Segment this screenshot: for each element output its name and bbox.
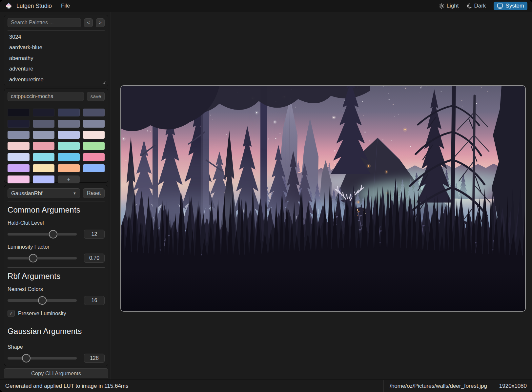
divider [8,30,105,31]
palette-swatch[interactable] [58,109,80,116]
top-bar: Lutgen Studio File Light [0,0,532,12]
palette-swatch[interactable] [8,142,30,150]
palette-swatch[interactable] [33,142,55,150]
gaussian-arguments-heading: Gaussian Arguments [8,327,105,336]
shape-label: Shape [8,344,105,350]
slider-thumb[interactable] [29,254,37,262]
divider [8,201,105,201]
palette-swatch[interactable] [58,142,80,150]
common-arguments-heading: Common Arguments [8,205,105,215]
hald-clut-value[interactable]: 12 [84,230,105,239]
theme-system-label: System [505,3,524,9]
shape-value[interactable]: 128 [84,354,105,363]
theme-dark-button[interactable]: Dark [466,3,486,9]
algorithm-dropdown[interactable]: GaussianRbf ▼ [8,188,80,198]
luminosity-factor-slider[interactable] [8,257,77,259]
palette-swatch[interactable] [83,131,105,139]
nearest-colors-label: Nearest Colors [8,286,105,292]
palette-swatch[interactable] [83,142,105,150]
status-bar: Generated and applied LUT to image in 11… [0,380,532,392]
rbf-arguments-heading: Rbf Arguments [8,272,105,281]
sidebar-divider [111,12,111,380]
palette-swatch[interactable] [58,131,80,139]
palette-list-item[interactable]: abernathy [8,53,105,64]
palette-list-item[interactable]: 3024 [8,31,105,42]
slider-thumb[interactable] [49,230,57,238]
nearest-colors-slider[interactable] [8,299,77,302]
divider [8,322,105,322]
theme-light-label: Light [447,3,459,9]
chevron-down-icon: ▼ [73,191,76,195]
palette-swatch[interactable] [8,120,30,128]
palette-swatch[interactable] [33,131,55,139]
luminosity-factor-value[interactable]: 0.70 [84,254,105,263]
swatch-grid: + [8,109,105,183]
add-color-button[interactable]: + [58,175,80,183]
arguments-panel: GaussianRbf ▼ Reset Common Arguments Hal… [4,185,108,366]
status-message: Generated and applied LUT to image in 11… [5,383,129,389]
theme-system-button[interactable]: System [494,2,527,10]
palette-swatch[interactable] [83,120,105,128]
status-separator [383,380,384,392]
palette-editor-panel: save [4,89,108,183]
palette-browser-panel: < > 3024 aardvark-blue abernathy adventu… [4,15,108,86]
slider-thumb[interactable] [38,296,47,305]
preserve-luminosity-label: Preserve Luminosity [18,310,66,317]
slider-thumb[interactable] [22,354,31,362]
palette-list-item[interactable]: aardvark-blue [8,42,105,53]
palette-name-input[interactable] [8,92,84,101]
palette-list: 3024 aardvark-blue abernathy adventure a… [8,31,105,85]
moon-icon [466,3,472,9]
save-palette-button[interactable]: save [87,92,105,101]
palette-swatch[interactable] [83,109,105,116]
app-logo-icon [5,2,13,10]
theme-dark-label: Dark [474,3,486,9]
prev-page-button[interactable]: < [84,18,93,27]
theme-light-button[interactable]: Light [439,3,459,9]
sun-icon [439,3,444,9]
search-palettes-input[interactable] [8,18,81,27]
palette-swatch[interactable] [8,109,30,116]
divider [8,104,105,104]
algorithm-value: GaussianRbf [11,190,42,196]
palette-swatch[interactable] [33,109,55,116]
palette-swatch[interactable] [83,153,105,161]
nearest-colors-value[interactable]: 16 [84,296,105,305]
palette-swatch[interactable] [33,153,55,161]
monitor-icon [497,3,503,9]
palette-swatch[interactable] [33,164,55,172]
palette-swatch[interactable] [8,175,30,183]
status-separator [493,380,493,392]
theme-switcher: Light Dark System [439,2,527,10]
copy-cli-arguments-button[interactable]: Copy CLI Arguments [4,368,108,378]
palette-swatch[interactable] [83,164,105,172]
palette-swatch[interactable] [8,164,30,172]
preserve-luminosity-checkbox[interactable]: ✓ Preserve Luminosity [8,310,105,317]
palette-swatch[interactable] [58,164,80,172]
image-preview [120,85,526,312]
checkbox-box[interactable]: ✓ [8,310,15,317]
resize-handle[interactable] [101,80,106,84]
menu-file[interactable]: File [61,3,70,9]
divider [8,267,105,268]
hald-clut-label: Hald-Clut Level [8,220,105,226]
app-window: Lutgen Studio File Light [0,0,532,392]
palette-swatch[interactable] [33,175,55,183]
palette-swatch[interactable] [8,131,30,139]
palette-list-item[interactable]: adventure [8,64,105,74]
image-resolution: 1920x1080 [499,383,527,389]
shape-slider[interactable] [8,357,77,360]
palette-swatch[interactable] [8,153,30,161]
next-page-button[interactable]: > [96,18,105,27]
reset-button[interactable]: Reset [83,188,105,198]
palette-swatch[interactable] [33,120,55,128]
luminosity-factor-label: Luminosity Factor [8,244,105,250]
palette-swatch[interactable] [58,120,80,128]
deer-forest-artwork [121,86,525,311]
check-icon: ✓ [9,311,13,316]
hald-clut-slider[interactable] [8,233,77,236]
file-path: /home/oz/Pictures/walls/deer_forest.jpg [390,383,487,389]
app-title: Lutgen Studio [16,3,52,10]
palette-list-item[interactable]: adventuretime [8,74,105,85]
palette-swatch[interactable] [58,153,80,161]
